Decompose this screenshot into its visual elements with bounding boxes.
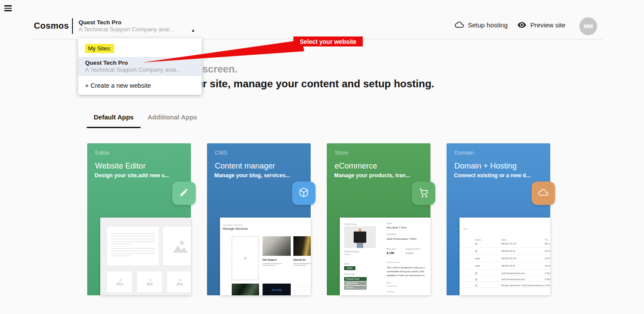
- card-ecommerce[interactable]: Store eCommerce Manage your products, tr…: [327, 143, 430, 295]
- image-placeholder-icon: [172, 240, 189, 253]
- create-new-website-button[interactable]: + Create a new website: [78, 76, 202, 95]
- image-placeholder: [137, 271, 162, 292]
- cloud-icon: [455, 21, 464, 29]
- image-placeholder-icon: [145, 278, 154, 285]
- card-subtitle: Connect existing or a new d...: [454, 172, 530, 178]
- card-website-editor[interactable]: Editor Website Editor Design your site,a…: [87, 143, 191, 295]
- breadcrumb: Company / Services: [223, 224, 243, 226]
- site-tagline: A Technical Support Company avai...: [79, 26, 200, 33]
- service-tile: Site Support: [263, 236, 291, 266]
- brand-logo: Cosmos: [34, 21, 69, 31]
- card-title: Content manager: [215, 162, 275, 171]
- brand-divider: [72, 18, 73, 34]
- my-sites-dropdown: My Sites: Quest Tech Pro A Technical Sup…: [78, 38, 202, 95]
- dns-row: www199.36.172.411/2 Ho: [460, 263, 550, 270]
- eye-icon: [517, 22, 526, 29]
- tab-default-apps[interactable]: Default Apps: [87, 108, 141, 128]
- dns-row: www199.36.172.1471/2 Ho: [460, 255, 550, 262]
- dns-caption-placeholder: [463, 228, 467, 230]
- site-option-quest-tech-pro[interactable]: Quest Tech Pro A Technical Support Compa…: [78, 57, 202, 76]
- preview-site-label: Preview site: [530, 21, 565, 29]
- dns-row: @ns23.domaincontrol.com1 Hou: [460, 270, 550, 276]
- card-category: Editor: [95, 149, 110, 156]
- annotation-label: Select your website: [293, 36, 363, 46]
- dns-row: @ns24.domaincontrol.com1 Hou: [460, 276, 550, 282]
- service-photo: Security: [263, 284, 291, 295]
- cube-icon: [299, 187, 309, 199]
- top-bar: Cosmos Quest Tech Pro A Technical Suppor…: [0, 15, 644, 39]
- card-subtitle: Manage your blog, services...: [214, 172, 290, 178]
- service-photo: [232, 284, 259, 295]
- pencil-icon: [179, 188, 189, 199]
- text-block-placeholder: [107, 227, 159, 265]
- card-subtitle: Manage your products, tran...: [334, 172, 410, 178]
- menu-icon[interactable]: [4, 5, 12, 11]
- site-option-tagline: A Technical Support Company avai...: [85, 66, 195, 73]
- site-name: Quest Tech Pro: [79, 19, 200, 26]
- service-photo: [263, 236, 291, 256]
- card-title: Domain + Hosting: [454, 162, 517, 171]
- cart-icon: [419, 188, 429, 199]
- dns-row: @199.36.172.411/2 Ho: [460, 248, 550, 255]
- card-content-manager[interactable]: CMS Content manager Manage your blog, se…: [207, 143, 311, 295]
- apps-tabs: Default Apps Additional Apps: [87, 108, 204, 128]
- dns-preview-thumbnail: Name Value TTL @199.36.172.147600 s @199…: [460, 218, 550, 295]
- card-title: eCommerce: [335, 162, 377, 171]
- tab-additional-apps[interactable]: Additional Apps: [141, 108, 204, 128]
- preview-title: Manage Services: [223, 227, 248, 231]
- edit-site-button[interactable]: [172, 182, 196, 205]
- chevron-up-icon[interactable]: ▲: [191, 28, 195, 33]
- editor-preview-thumbnail: [100, 218, 191, 295]
- image-placeholder-icon: [175, 278, 184, 285]
- my-sites-label: My Sites:: [85, 44, 114, 53]
- setup-domain-button[interactable]: [532, 182, 555, 205]
- preview-site-button[interactable]: Preview site: [517, 21, 565, 29]
- card-category: Domain: [454, 149, 474, 156]
- image-placeholder: [167, 271, 191, 292]
- image-placeholder: [107, 271, 132, 292]
- image-placeholder-icon: [115, 278, 124, 285]
- card-category: CMS: [215, 149, 227, 156]
- setup-hosting-button[interactable]: Setup hosting: [455, 21, 508, 29]
- service-tile: [294, 284, 311, 295]
- open-cms-button[interactable]: [292, 182, 315, 205]
- add-service-placeholder: +: [232, 236, 259, 280]
- image-placeholder: [163, 227, 191, 265]
- service-photo: [293, 236, 311, 256]
- site-option-name: Quest Tech Pro: [85, 59, 195, 66]
- cms-preview-thumbnail: Company / Services Manage Services + Sit…: [220, 218, 311, 295]
- dns-row: @199.36.172.147600 s: [460, 241, 550, 248]
- card-title: Website Editor: [95, 162, 146, 171]
- card-category: Store: [335, 149, 348, 156]
- open-store-button[interactable]: [412, 182, 435, 205]
- app-cards: Editor Website Editor Design your site,a…: [87, 143, 550, 295]
- user-avatar[interactable]: MM: [579, 17, 597, 35]
- status-badge: Active: [344, 266, 355, 270]
- cloud-icon: [538, 188, 549, 198]
- service-tile: Speedy Sit: [293, 236, 311, 266]
- product-photo: [344, 226, 376, 248]
- setup-hosting-label: Setup hosting: [468, 21, 508, 29]
- dns-row: @Primary nameserver: ns23.domaincontrol.…: [460, 282, 550, 288]
- site-switcher[interactable]: Quest Tech Pro A Technical Support Compa…: [79, 19, 200, 33]
- store-preview-thumbnail: Product Image Additional images Status A…: [340, 218, 430, 295]
- card-domain-hosting[interactable]: Domain Domain + Hosting Connect existing…: [447, 143, 550, 295]
- card-subtitle: Design your site,add new s...: [95, 172, 169, 178]
